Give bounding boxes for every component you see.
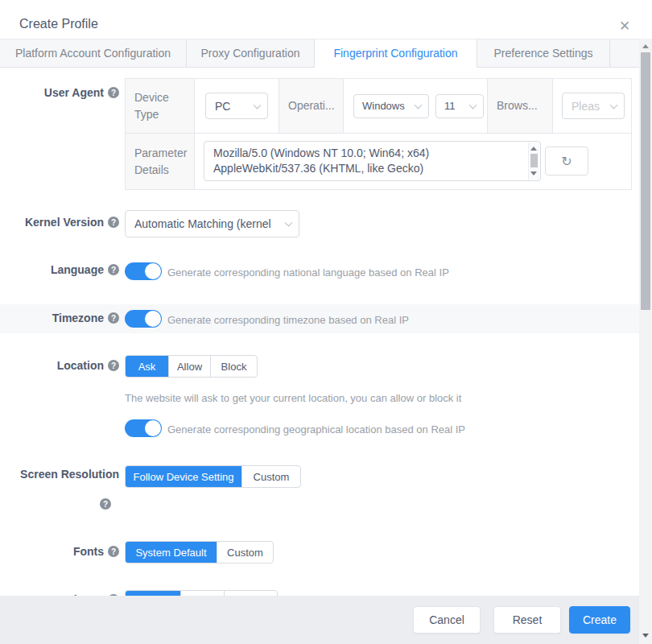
kernel-version-select[interactable]: Automatic Matching (kernel: [125, 210, 299, 237]
refresh-icon: ↻: [561, 154, 572, 169]
help-icon[interactable]: ?: [108, 87, 119, 98]
os-select[interactable]: Windows: [353, 94, 429, 118]
user-agent-textarea[interactable]: Mozilla/5.0 (Windows NT 10.0; Win64; x64…: [204, 141, 541, 181]
location-option-group: Ask Allow Block: [125, 355, 258, 378]
user-agent-table: Device Type PC Operati... Windows 11 Bro…: [125, 78, 632, 190]
chevron-down-icon: [285, 219, 293, 227]
tab-proxy-configuration[interactable]: Proxy Configuration: [187, 39, 315, 67]
help-icon[interactable]: ?: [108, 360, 119, 371]
user-agent-label: User Agent ?: [0, 86, 119, 99]
screen-resolution-option-follow[interactable]: Follow Device Setting: [126, 466, 241, 487]
timezone-toggle[interactable]: [125, 310, 162, 328]
cancel-button[interactable]: Cancel: [413, 606, 481, 634]
geolocation-toggle[interactable]: [125, 419, 162, 437]
fonts-option-group: System Default Custom: [125, 541, 274, 564]
location-option-allow[interactable]: Allow: [168, 356, 210, 377]
scrollbar-thumb[interactable]: [641, 52, 650, 310]
tab-fingerprint-configuration[interactable]: Fingerprint Configuration: [315, 39, 477, 68]
help-icon[interactable]: ?: [108, 264, 119, 275]
chevron-down-icon: [415, 101, 423, 109]
chevron-down-icon: [469, 101, 477, 109]
parameter-details-label: Parameter Details: [126, 134, 195, 189]
scroll-up-icon[interactable]: [530, 147, 537, 151]
reset-button[interactable]: Reset: [493, 606, 561, 634]
dialog-title: Create Profile: [19, 17, 98, 31]
textarea-scrollbar[interactable]: [528, 142, 539, 180]
location-option-ask[interactable]: Ask: [126, 356, 168, 377]
help-icon[interactable]: ?: [108, 217, 119, 228]
scroll-down-icon[interactable]: [530, 171, 537, 175]
timezone-description: Generate corresponding timezone based on…: [167, 314, 409, 326]
tab-bar: Platform Account Configuration Proxy Con…: [0, 39, 639, 68]
create-profile-dialog: Create Profile ✕ Platform Account Config…: [0, 0, 652, 644]
chevron-down-icon: [254, 101, 262, 109]
screen-resolution-option-custom[interactable]: Custom: [241, 466, 300, 487]
location-label: Location ?: [0, 359, 119, 372]
help-icon[interactable]: ?: [108, 312, 119, 324]
location-hint: The website will ask to get your current…: [125, 392, 461, 404]
tab-bar-filler: [610, 39, 639, 67]
close-icon[interactable]: ✕: [615, 16, 634, 35]
kernel-version-label: Kernel Version ?: [0, 216, 119, 229]
create-button[interactable]: Create: [569, 606, 630, 634]
fonts-option-custom[interactable]: Custom: [217, 542, 273, 563]
dialog-footer: Cancel Reset Create: [0, 596, 639, 644]
browser-label: Brows...: [488, 79, 553, 134]
textarea-scrollbar-thumb[interactable]: [530, 154, 538, 167]
device-type-select[interactable]: PC: [205, 93, 268, 119]
refresh-user-agent-button[interactable]: ↻: [545, 147, 588, 175]
device-type-label: Device Type: [126, 79, 195, 134]
timezone-row: Timezone ? Generate corresponding timezo…: [0, 304, 640, 333]
language-toggle[interactable]: [125, 262, 162, 280]
language-label: Language ?: [0, 263, 119, 276]
screen-resolution-label: Screen Resolution ?: [0, 468, 119, 510]
tab-preference-settings[interactable]: Preference Settings: [477, 39, 610, 67]
location-option-block[interactable]: Block: [210, 356, 257, 377]
fonts-label: Fonts ?: [0, 545, 119, 558]
language-description: Generate corresponding national language…: [167, 266, 449, 279]
geolocation-description: Generate corresponding geographical loca…: [167, 423, 465, 436]
dialog-scrollbar[interactable]: [639, 39, 652, 644]
help-icon[interactable]: ?: [100, 498, 111, 510]
scroll-down-icon[interactable]: [642, 634, 649, 638]
tab-platform-account-configuration[interactable]: Platform Account Configuration: [0, 39, 187, 67]
chevron-down-icon: [610, 101, 618, 109]
screen-resolution-option-group: Follow Device Setting Custom: [125, 465, 301, 488]
browser-select[interactable]: Pleas: [562, 93, 625, 119]
help-icon[interactable]: ?: [108, 546, 119, 557]
timezone-label: Timezone ?: [0, 312, 119, 324]
scroll-up-icon[interactable]: [642, 44, 649, 48]
os-version-select[interactable]: 11: [435, 94, 484, 118]
operating-system-label: Operati...: [279, 79, 344, 134]
fonts-option-system-default[interactable]: System Default: [126, 542, 217, 563]
